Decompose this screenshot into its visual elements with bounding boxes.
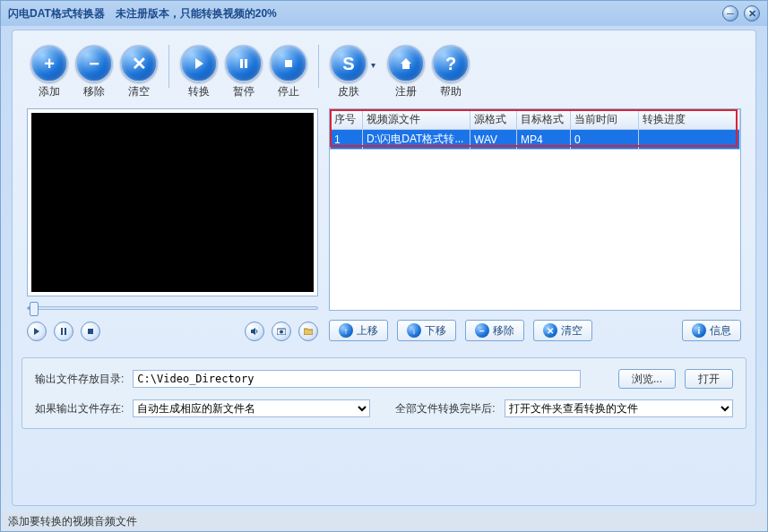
col-dstfmt[interactable]: 目标格式 (517, 110, 571, 130)
info-button[interactable]: i信息 (682, 320, 741, 341)
after-convert-select[interactable]: 打开文件夹查看转换的文件 (505, 399, 733, 417)
status-bar: 添加要转换的视频音频文件 (1, 511, 767, 531)
clear-label: 清空 (128, 84, 150, 99)
remove-label: 移除 (83, 84, 105, 99)
skin-label: 皮肤 (338, 84, 359, 99)
snapshot-button[interactable] (272, 322, 291, 341)
clear-button[interactable]: ✕清空 (120, 45, 158, 99)
cell-progress (639, 130, 740, 150)
info-icon: i (692, 323, 706, 338)
table-row[interactable]: 1 D:\闪电DAT格式转... WAV MP4 0 (331, 130, 740, 150)
x-icon: ✕ (120, 45, 158, 82)
svg-rect-2 (285, 60, 292, 67)
list-remove-button[interactable]: −移除 (465, 320, 524, 341)
close-button[interactable]: ✕ (744, 5, 760, 21)
file-table[interactable]: 序号 视频源文件 源格式 目标格式 当前时间 转换进度 1 D:\闪电DAT格式… (330, 109, 740, 150)
cell-idx: 1 (331, 130, 363, 150)
col-curtime[interactable]: 当前时间 (571, 110, 639, 130)
preview-pane (27, 108, 318, 341)
add-label: 添加 (39, 84, 60, 99)
file-list-pane: 序号 视频源文件 源格式 目标格式 当前时间 转换进度 1 D:\闪电DAT格式… (329, 108, 741, 341)
list-buttons: ↑上移 ↓下移 −移除 ✕清空 i信息 (329, 311, 741, 341)
list-clear-button[interactable]: ✕清空 (533, 320, 592, 341)
video-canvas (31, 113, 314, 292)
help-label: 帮助 (440, 84, 462, 99)
move-up-button[interactable]: ↑上移 (329, 320, 388, 341)
minus-icon: − (475, 323, 489, 338)
play-icon (180, 45, 218, 82)
svg-rect-0 (240, 59, 243, 68)
player-controls (27, 316, 318, 341)
col-srcfmt[interactable]: 源格式 (470, 110, 517, 130)
col-progress[interactable]: 转换进度 (639, 110, 740, 130)
player-stop-button[interactable] (81, 322, 100, 341)
output-settings: 输出文件存放目录: 浏览... 打开 如果输出文件存在: 自动生成相应的新文件名… (22, 357, 746, 429)
cell-curtime: 0 (571, 130, 639, 150)
svg-rect-1 (245, 59, 247, 68)
svg-rect-5 (88, 329, 93, 334)
separator (168, 45, 169, 88)
stop-icon (270, 45, 307, 82)
volume-button[interactable] (245, 322, 264, 341)
x-icon: ✕ (543, 323, 557, 338)
stop-button[interactable]: 停止 (270, 45, 307, 99)
middle-section: 序号 视频源文件 源格式 目标格式 当前时间 转换进度 1 D:\闪电DAT格式… (22, 108, 746, 341)
register-button[interactable]: 注册 (387, 45, 425, 99)
svg-rect-4 (65, 328, 66, 335)
pause-button[interactable]: 暂停 (225, 45, 263, 99)
cell-src: D:\闪电DAT格式转... (363, 130, 470, 150)
register-label: 注册 (395, 84, 417, 99)
folder-button[interactable] (298, 322, 318, 341)
player-pause-button[interactable] (54, 322, 73, 341)
titlebar: 闪电DAT格式转换器 未注册版本，只能转换视频的20% ─ ✕ (1, 1, 767, 26)
skin-icon: S (330, 45, 367, 82)
move-down-button[interactable]: ↓下移 (397, 320, 456, 341)
seek-slider[interactable] (27, 296, 318, 316)
stop-label: 停止 (278, 84, 299, 99)
remove-button[interactable]: −移除 (75, 45, 113, 99)
convert-label: 转换 (188, 84, 210, 99)
video-preview-box (27, 108, 318, 296)
file-exists-select[interactable]: 自动生成相应的新文件名 (133, 399, 370, 417)
cell-dstfmt: MP4 (517, 130, 571, 150)
up-arrow-icon: ↑ (339, 323, 353, 338)
svg-point-7 (280, 330, 283, 334)
down-arrow-icon: ↓ (407, 323, 421, 338)
minus-icon: − (75, 45, 113, 82)
cell-srcfmt: WAV (470, 130, 517, 150)
app-title: 闪电DAT格式转换器 未注册版本，只能转换视频的20% (8, 6, 277, 21)
pause-icon (225, 45, 263, 82)
col-index[interactable]: 序号 (331, 110, 363, 130)
separator (318, 45, 319, 88)
output-dir-label: 输出文件存放目录: (35, 372, 124, 387)
open-button[interactable]: 打开 (685, 369, 733, 389)
svg-rect-3 (61, 328, 63, 335)
pause-label: 暂停 (233, 84, 255, 99)
output-dir-input[interactable] (133, 370, 581, 388)
player-play-button[interactable] (27, 322, 47, 341)
home-icon (387, 45, 425, 82)
convert-button[interactable]: 转换 (180, 45, 218, 99)
skin-dropdown-arrow[interactable]: ▾ (371, 60, 380, 70)
main-toolbar: +添加 −移除 ✕清空 转换 暂停 停止 S皮肤 ▾ 注册 ?帮助 (22, 39, 746, 108)
status-text: 添加要转换的视频音频文件 (8, 515, 137, 528)
question-icon: ? (432, 45, 470, 82)
skin-button[interactable]: S皮肤 (330, 45, 367, 99)
plus-icon: + (30, 45, 68, 82)
after-convert-label: 全部文件转换完毕后: (395, 401, 495, 416)
file-table-container: 序号 视频源文件 源格式 目标格式 当前时间 转换进度 1 D:\闪电DAT格式… (329, 108, 741, 311)
add-button[interactable]: +添加 (30, 45, 68, 99)
slider-thumb[interactable] (30, 302, 39, 316)
main-panel: +添加 −移除 ✕清空 转换 暂停 停止 S皮肤 ▾ 注册 ?帮助 序号 视频源… (12, 30, 756, 506)
help-button[interactable]: ?帮助 (432, 45, 470, 99)
col-source[interactable]: 视频源文件 (363, 110, 470, 130)
minimize-button[interactable]: ─ (722, 5, 738, 21)
browse-button[interactable]: 浏览... (618, 369, 676, 389)
file-exists-label: 如果输出文件存在: (35, 401, 124, 416)
app-window: 闪电DAT格式转换器 未注册版本，只能转换视频的20% ─ ✕ +添加 −移除 … (0, 0, 768, 532)
